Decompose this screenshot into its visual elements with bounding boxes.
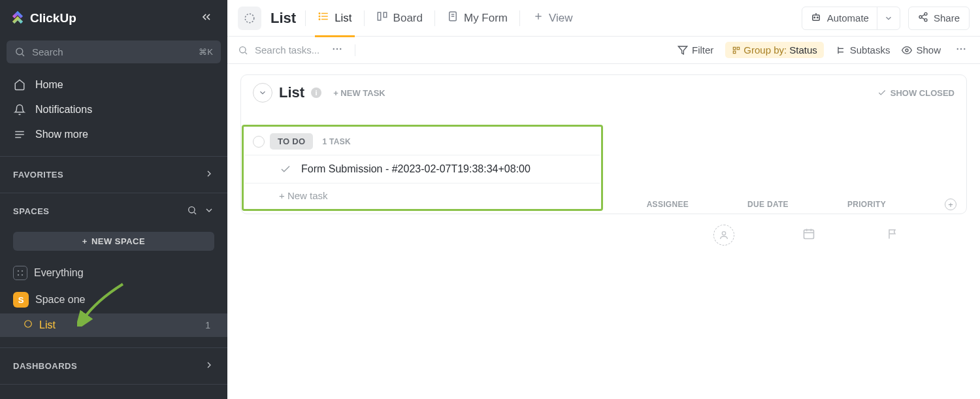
svg-point-47 xyxy=(906,49,908,52)
tree-space-one[interactable]: S Space one xyxy=(0,286,227,313)
svg-point-50 xyxy=(964,48,965,49)
automate-button[interactable]: Automate xyxy=(802,11,877,25)
content: List i + NEW TASK SHOW CLOSED ASSIGNEE D… xyxy=(227,64,980,225)
share-button[interactable]: Share xyxy=(908,7,970,30)
group-by-label: Group by: xyxy=(743,44,787,56)
toolbar-more-button[interactable] xyxy=(953,40,970,60)
tree-list[interactable]: List 1 xyxy=(0,313,227,337)
automate-dropdown[interactable] xyxy=(877,7,900,29)
svg-rect-42 xyxy=(738,47,740,50)
everything-icon xyxy=(13,266,27,280)
section-favorites[interactable]: FAVORITES xyxy=(0,157,227,193)
svg-point-8 xyxy=(22,270,23,272)
topbar: List List Board My Form xyxy=(227,0,980,37)
robot-icon xyxy=(810,11,822,25)
logo[interactable]: ClickUp xyxy=(9,10,76,27)
svg-point-27 xyxy=(814,17,815,18)
list-type-icon[interactable] xyxy=(238,7,261,30)
list-view-icon xyxy=(318,10,329,25)
group-by-button[interactable]: Group by: Status xyxy=(725,42,823,58)
chevron-down-icon[interactable] xyxy=(204,205,214,217)
chevron-down-icon xyxy=(884,14,893,23)
status-pill[interactable]: TO DO xyxy=(270,133,313,150)
sidebar: ClickUp Search ⌘K Home Notificat xyxy=(0,0,227,399)
collapse-sidebar-button[interactable] xyxy=(197,8,216,29)
collapse-list-button[interactable] xyxy=(253,83,272,103)
search-spaces-icon[interactable] xyxy=(187,205,197,217)
board-view-icon xyxy=(376,10,388,25)
show-closed-button[interactable]: SHOW CLOSED xyxy=(877,88,955,98)
tab-board[interactable]: Board xyxy=(374,0,425,37)
tree-space-one-label: Space one xyxy=(35,294,86,306)
task-row-icons xyxy=(713,221,956,249)
bell-icon xyxy=(13,103,26,116)
svg-point-12 xyxy=(245,14,254,23)
tab-list[interactable]: List xyxy=(315,0,354,37)
col-due-date: DUE DATE xyxy=(747,200,789,209)
toolbar-right: Filter Group by: Status Subtasks Show xyxy=(678,40,970,60)
list-name: List xyxy=(279,84,304,101)
svg-point-35 xyxy=(240,46,246,52)
nav-home[interactable]: Home xyxy=(4,72,223,97)
automate-label: Automate xyxy=(827,12,869,24)
check-icon xyxy=(877,88,887,97)
home-icon xyxy=(13,78,26,91)
tree-list-count: 1 xyxy=(205,320,214,330)
search-shortcut: ⌘K xyxy=(199,47,213,57)
status-group-header[interactable]: TO DO 1 TASK xyxy=(245,128,600,155)
search-input[interactable]: Search ⌘K xyxy=(7,40,221,63)
group-by-value: Status xyxy=(789,44,817,56)
automate-button-group: Automate xyxy=(802,7,900,30)
topbar-right: Automate Share xyxy=(802,7,970,30)
task-name: Form Submission - #2023-02-07T19:38:34+0… xyxy=(301,163,531,175)
subtasks-button[interactable]: Subtasks xyxy=(836,44,890,56)
svg-point-17 xyxy=(319,16,320,17)
svg-point-10 xyxy=(22,274,23,276)
tree-list-label: List xyxy=(39,319,56,331)
assignee-picker[interactable] xyxy=(713,225,734,246)
nav-show-more[interactable]: Show more xyxy=(4,122,223,147)
share-label: Share xyxy=(934,12,960,24)
svg-point-11 xyxy=(25,321,32,328)
search-tasks-input[interactable]: Search tasks... xyxy=(238,44,319,56)
filter-button[interactable]: Filter xyxy=(678,44,713,56)
section-dashboards[interactable]: DASHBOARDS xyxy=(0,348,227,384)
search-more-button[interactable] xyxy=(329,40,346,60)
new-task-top-button[interactable]: + NEW TASK xyxy=(333,88,385,98)
svg-point-38 xyxy=(336,48,338,49)
list-header: List i + NEW TASK SHOW CLOSED xyxy=(244,83,964,109)
section-spaces[interactable]: SPACES xyxy=(0,193,227,229)
info-button[interactable]: i xyxy=(311,88,321,98)
svg-point-9 xyxy=(18,274,19,276)
list-icon xyxy=(24,319,33,331)
toolbar-left: Search tasks... xyxy=(238,40,355,60)
due-date-picker[interactable] xyxy=(802,227,815,243)
tree-everything-label: Everything xyxy=(34,267,84,279)
topbar-left: List List Board My Form xyxy=(238,0,577,37)
tree-everything[interactable]: Everything xyxy=(0,260,227,286)
svg-rect-52 xyxy=(804,230,814,238)
nav-home-label: Home xyxy=(35,79,63,91)
show-label: Show xyxy=(916,44,941,56)
collapse-group-icon[interactable] xyxy=(253,136,265,148)
task-row[interactable]: Form Submission - #2023-02-07T19:38:34+0… xyxy=(245,155,600,184)
subtasks-label: Subtasks xyxy=(850,44,890,56)
toolbar: Search tasks... Filter Group by: Status … xyxy=(227,37,980,64)
svg-rect-20 xyxy=(384,12,387,18)
new-space-button[interactable]: + NEW SPACE xyxy=(13,232,214,251)
nav-notifications-label: Notifications xyxy=(35,104,92,116)
svg-marker-40 xyxy=(678,46,687,54)
priority-picker[interactable] xyxy=(887,228,899,242)
col-assignee: ASSIGNEE xyxy=(647,200,689,209)
show-button[interactable]: Show xyxy=(902,44,941,56)
column-headers: ASSIGNEE DUE DATE PRIORITY + xyxy=(647,199,956,210)
add-view-button[interactable]: View xyxy=(529,11,577,25)
task-checkbox[interactable] xyxy=(279,163,292,176)
view-label: View xyxy=(549,12,573,25)
col-priority: PRIORITY xyxy=(847,200,886,209)
add-column-button[interactable]: + xyxy=(945,199,956,210)
tab-my-form[interactable]: My Form xyxy=(444,0,510,37)
nav-notifications[interactable]: Notifications xyxy=(4,97,223,122)
new-task-bottom-button[interactable]: + New task xyxy=(245,184,600,208)
chevron-double-left-icon xyxy=(200,10,213,24)
